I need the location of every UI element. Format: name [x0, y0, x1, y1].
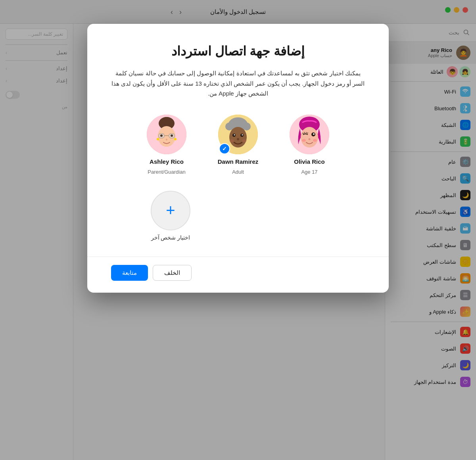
olivia-avatar [290, 115, 329, 154]
modal-description: يمكنك اختيار شخص تثق به لمساعدتك في استع… [111, 68, 365, 99]
svg-point-27 [242, 134, 243, 135]
other-person-circle: + [151, 191, 190, 230]
person-card-dawn[interactable]: ✓ Dawn Ramirez Adult [210, 115, 266, 175]
svg-point-26 [234, 134, 235, 135]
people-grid: Ashley Rico Parent/Guardian [111, 115, 365, 175]
dawn-name: Dawn Ramirez [218, 158, 259, 165]
svg-point-13 [166, 138, 167, 140]
back-button[interactable]: الخلف [153, 265, 192, 281]
plus-icon: + [166, 201, 175, 219]
person-card-ashley[interactable]: Ashley Rico Parent/Guardian [139, 115, 194, 175]
svg-point-12 [171, 134, 173, 137]
person-card-olivia[interactable]: Olivia Rico Age 17 [282, 115, 337, 175]
dawn-role: Adult [232, 169, 244, 175]
svg-point-41 [302, 139, 306, 142]
svg-point-14 [157, 138, 159, 140]
modal-overlay: إضافة جهة اتصال استرداد يمكنك اختيار شخص… [0, 0, 476, 460]
continue-button[interactable]: متابعة [111, 265, 148, 281]
svg-line-39 [307, 132, 308, 134]
svg-point-29 [229, 139, 234, 142]
svg-line-37 [304, 132, 305, 133]
svg-point-30 [242, 139, 247, 142]
ashley-role: Parent/Guardian [148, 169, 185, 175]
ashley-name: Ashley Rico [150, 158, 184, 165]
other-person-card[interactable]: + اختيار شخص آخر [143, 191, 198, 241]
dawn-check: ✓ [219, 143, 230, 154]
svg-point-33 [301, 127, 318, 148]
svg-point-42 [313, 139, 317, 142]
olivia-role: Age 17 [301, 169, 317, 175]
modal-footer: متابعة الخلف [87, 257, 389, 293]
svg-point-40 [309, 138, 311, 140]
check-mark: ✓ [222, 146, 227, 152]
svg-point-22 [234, 119, 242, 126]
dawn-avatar-wrap: ✓ [218, 115, 258, 154]
svg-point-35 [313, 133, 315, 135]
svg-point-28 [237, 138, 239, 140]
modal-dialog: إضافة جهة اتصال استرداد يمكنك اختيار شخص… [87, 24, 389, 293]
svg-point-15 [174, 138, 177, 140]
other-person-section: + اختيار شخص آخر [111, 191, 365, 241]
svg-point-11 [160, 134, 163, 137]
ashley-avatar [147, 115, 186, 154]
olivia-avatar-wrap [290, 115, 329, 154]
modal-title: إضافة جهة اتصال استرداد [111, 44, 365, 59]
other-person-label: اختيار شخص آخر [151, 234, 190, 241]
olivia-name: Olivia Rico [294, 158, 325, 165]
modal-body: إضافة جهة اتصال استرداد يمكنك اختيار شخص… [87, 24, 389, 257]
ashley-avatar-wrap [147, 115, 186, 154]
